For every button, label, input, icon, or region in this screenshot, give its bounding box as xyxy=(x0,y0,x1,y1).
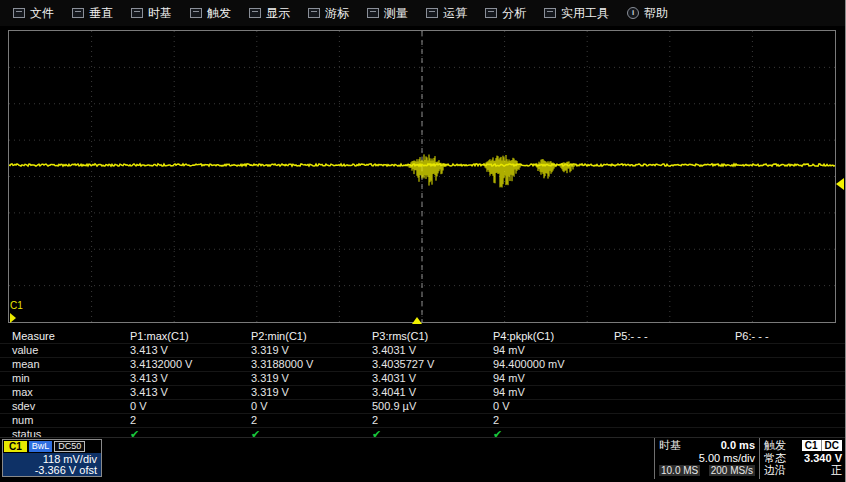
channel-badges: C1 BwL DC50 xyxy=(3,440,101,453)
trigger-panel[interactable]: 触发 C1 DC 常态 3.340 V 边沿 正 xyxy=(759,438,846,479)
menu-analysis[interactable]: 分析 xyxy=(476,2,535,25)
status-bar: C1 BwL DC50 118 mV/div -3.366 V ofst 时基 … xyxy=(0,437,846,478)
vertical-icon xyxy=(72,8,84,18)
menu-label: 运算 xyxy=(443,5,467,22)
table-cell: 3.319 V xyxy=(239,386,360,399)
measure-icon xyxy=(367,8,379,18)
table-cell: 500.9 µV xyxy=(360,400,481,413)
table-cell: 2 xyxy=(481,414,602,427)
menu-label: 分析 xyxy=(502,5,526,22)
coupling-badge: DC50 xyxy=(54,441,85,452)
file-icon xyxy=(13,8,25,18)
table-row: sdev0 V0 V500.9 µV0 V xyxy=(0,400,846,414)
waveform-display: C1 xyxy=(8,30,836,323)
trigger-source-badge: C1 DC xyxy=(802,440,842,451)
table-cell: max xyxy=(0,386,118,399)
table-row: MeasureP1:max(C1)P2:min(C1)P3:rms(C1)P4:… xyxy=(0,330,846,344)
timebase-delay: 0.0 ms xyxy=(721,439,755,451)
graticule xyxy=(9,31,835,322)
table-cell: P6:- - - xyxy=(723,330,846,343)
menu-help[interactable]: i帮助 xyxy=(618,2,677,25)
table-cell xyxy=(602,358,723,371)
table-cell: num xyxy=(0,414,118,427)
table-cell: P4:pkpk(C1) xyxy=(481,330,602,343)
table-cell xyxy=(602,400,723,413)
trigger-source: C1 xyxy=(802,440,821,451)
table-cell: Measure xyxy=(0,330,118,343)
trigger-level: 3.340 V xyxy=(804,452,842,464)
table-cell xyxy=(723,358,846,371)
table-cell: mean xyxy=(0,358,118,371)
table-cell: 94.400000 mV xyxy=(481,358,602,371)
menu-label: 时基 xyxy=(148,5,172,22)
timebase-label: 时基 xyxy=(659,439,681,451)
menu-cursors[interactable]: 游标 xyxy=(299,2,358,25)
menu-file[interactable]: 文件 xyxy=(4,2,63,25)
table-cell xyxy=(602,414,723,427)
trigger-position-marker[interactable] xyxy=(412,317,422,324)
table-cell: 3.4041 V xyxy=(360,386,481,399)
table-cell: 3.413 V xyxy=(118,386,239,399)
menu-label: 显示 xyxy=(266,5,290,22)
table-cell: 3.413 V xyxy=(118,372,239,385)
trigger-icon xyxy=(190,8,202,18)
table-cell xyxy=(723,400,846,413)
display-icon xyxy=(249,8,261,18)
table-cell: P5:- - - xyxy=(602,330,723,343)
table-cell: 3.4132000 V xyxy=(118,358,239,371)
timebase-panel[interactable]: 时基 0.0 ms 5.00 ms/div 10.0 MS 200 MS/s xyxy=(654,438,759,479)
table-cell xyxy=(602,386,723,399)
utility-icon xyxy=(544,8,556,18)
table-cell: 2 xyxy=(118,414,239,427)
menu-vertical[interactable]: 垂直 xyxy=(63,2,122,25)
table-cell: 0 V xyxy=(481,400,602,413)
menu-trigger[interactable]: 触发 xyxy=(181,2,240,25)
trigger-level-marker[interactable] xyxy=(836,178,844,190)
table-cell: P2:min(C1) xyxy=(239,330,360,343)
table-row: max3.413 V3.319 V3.4041 V94 mV xyxy=(0,386,846,400)
table-cell: min xyxy=(0,372,118,385)
channel-offset-marker[interactable]: C1 xyxy=(10,301,23,323)
table-row: value3.413 V3.319 V3.4031 V94 mV xyxy=(0,344,846,358)
table-cell: value xyxy=(0,344,118,357)
menu-bar: 文件垂直时基触发显示游标测量运算分析实用工具i帮助 xyxy=(0,0,845,26)
table-cell: 94 mV xyxy=(481,344,602,357)
table-row: mean3.4132000 V3.3188000 V3.4035727 V94.… xyxy=(0,358,846,372)
sample-rate: 200 MS/s xyxy=(709,465,755,476)
table-row: num2222 xyxy=(0,414,846,428)
menu-label: 文件 xyxy=(30,5,54,22)
menu-timebase[interactable]: 时基 xyxy=(122,2,181,25)
menu-math[interactable]: 运算 xyxy=(417,2,476,25)
menu-label: 测量 xyxy=(384,5,408,22)
menu-label: 帮助 xyxy=(644,5,668,22)
table-cell: 3.4031 V xyxy=(360,372,481,385)
menu-measure[interactable]: 测量 xyxy=(358,2,417,25)
channel-descriptor-c1[interactable]: C1 BwL DC50 118 mV/div -3.366 V ofst xyxy=(2,439,102,477)
table-cell: 2 xyxy=(360,414,481,427)
table-cell: 3.4031 V xyxy=(360,344,481,357)
table-cell: 0 V xyxy=(118,400,239,413)
trigger-type: 边沿 xyxy=(764,464,786,476)
table-cell: P3:rms(C1) xyxy=(360,330,481,343)
help-icon: i xyxy=(627,7,639,19)
table-cell: sdev xyxy=(0,400,118,413)
table-cell: 3.319 V xyxy=(239,344,360,357)
table-cell: 3.413 V xyxy=(118,344,239,357)
table-cell: 3.4035727 V xyxy=(360,358,481,371)
channel-marker-label: C1 xyxy=(10,300,23,311)
table-row: min3.413 V3.319 V3.4031 V94 mV xyxy=(0,372,846,386)
trigger-coupling: DC xyxy=(821,440,842,451)
menu-label: 游标 xyxy=(325,5,349,22)
table-cell xyxy=(723,372,846,385)
menu-display[interactable]: 显示 xyxy=(240,2,299,25)
menu-label: 触发 xyxy=(207,5,231,22)
table-cell: 94 mV xyxy=(481,372,602,385)
menu-label: 实用工具 xyxy=(561,5,609,22)
menu-utility[interactable]: 实用工具 xyxy=(535,2,618,25)
table-cell: 3.3188000 V xyxy=(239,358,360,371)
measure-table: MeasureP1:max(C1)P2:min(C1)P3:rms(C1)P4:… xyxy=(0,330,846,442)
timebase-scale: 5.00 ms/div xyxy=(699,452,755,464)
table-cell xyxy=(723,344,846,357)
sample-points: 10.0 MS xyxy=(659,465,700,476)
table-cell xyxy=(723,386,846,399)
